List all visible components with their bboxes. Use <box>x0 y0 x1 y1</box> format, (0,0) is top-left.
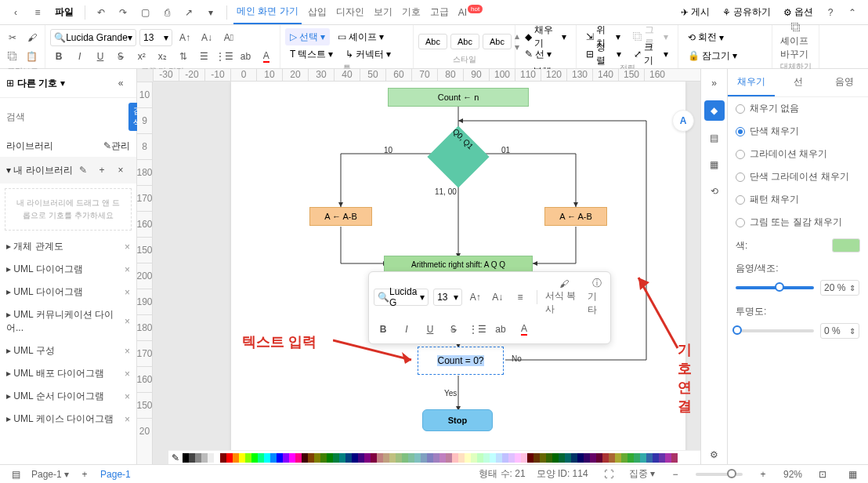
font-down-icon[interactable]: A↓ <box>197 28 216 47</box>
palette-color[interactable] <box>295 453 302 463</box>
palette-color[interactable] <box>233 453 239 463</box>
opacity-slider[interactable] <box>736 329 814 332</box>
eyedropper-icon[interactable]: ✎ <box>172 452 179 463</box>
ft-size-select[interactable]: 13▾ <box>433 289 461 306</box>
history-tool-icon[interactable]: ⟲ <box>705 182 724 201</box>
fullscreen-icon[interactable]: ⛶ <box>599 465 618 484</box>
palette-color[interactable] <box>270 453 277 463</box>
canvas[interactable]: Count ← n Q0, Q1 10 01 11, 00 A ← A-B A … <box>153 82 700 464</box>
page-dropdown[interactable]: Page-1 ▾ <box>31 469 69 480</box>
palette-color[interactable] <box>195 453 201 463</box>
palette-color[interactable] <box>333 453 339 463</box>
palette-color[interactable] <box>540 453 546 463</box>
export-icon[interactable]: ↗ <box>179 3 198 22</box>
palette-color[interactable] <box>320 453 327 463</box>
palette-color[interactable] <box>214 453 220 463</box>
shape-process[interactable]: A ← A-B <box>544 207 607 226</box>
spacing-icon[interactable]: ⇅ <box>174 47 191 66</box>
paste-icon[interactable]: 📋 <box>24 47 41 66</box>
palette-color[interactable] <box>665 453 671 463</box>
palette-color[interactable] <box>308 453 314 463</box>
palette-color[interactable] <box>452 453 458 463</box>
numbers-icon[interactable]: ⋮☰ <box>215 47 233 66</box>
save-icon[interactable]: ▢ <box>136 3 154 22</box>
shade-spinner[interactable]: 20 %⇕ <box>820 280 859 296</box>
palette-color[interactable] <box>446 453 452 463</box>
palette-color[interactable] <box>302 453 308 463</box>
palette-color[interactable] <box>515 453 521 463</box>
palette-color[interactable] <box>552 453 559 463</box>
back-icon[interactable]: ‹ <box>6 3 25 22</box>
palette-color[interactable] <box>483 453 490 463</box>
outline-icon[interactable]: ▤ <box>6 465 25 484</box>
palette-color[interactable] <box>371 453 377 463</box>
add-lib-icon[interactable]: + <box>92 161 111 180</box>
palette-color[interactable] <box>502 453 508 463</box>
shade-slider[interactable] <box>736 286 814 289</box>
fill-dd[interactable]: ◆ 채우기 ▾ <box>520 28 571 45</box>
lib-item[interactable]: ▸ UML 다이어그램× <box>0 281 136 303</box>
ft-hl[interactable]: ab <box>491 320 510 339</box>
shape-process[interactable]: Arithmetic right shift: A Q Q <box>384 256 533 273</box>
bold-icon[interactable]: B <box>50 47 67 66</box>
ai-badge[interactable]: A <box>672 110 694 132</box>
palette-color[interactable] <box>427 453 433 463</box>
palette-color[interactable] <box>590 453 596 463</box>
palette-color[interactable] <box>433 453 439 463</box>
fill-option[interactable]: 패턴 채우기 <box>728 188 868 211</box>
strike-icon[interactable]: S̶ <box>112 47 129 66</box>
palette-color[interactable] <box>327 453 333 463</box>
palette-color[interactable] <box>352 453 358 463</box>
ft-underline[interactable]: U <box>421 320 439 339</box>
publish-button[interactable]: ✈ 게시 <box>676 4 714 21</box>
shape-selected[interactable]: Count = 0? <box>418 347 504 375</box>
fill-option[interactable]: 단색 그라데이션 채우기 <box>728 165 868 188</box>
shape-tool[interactable]: ▭ 셰이프 ▾ <box>333 28 389 45</box>
my-library-header[interactable]: ▾ 내 라이브러리 <box>6 164 73 177</box>
color-palette[interactable]: ✎ /*placeholder*/ <box>168 450 700 464</box>
ft-font-select[interactable]: 🔍Lucida G▾ <box>374 289 429 306</box>
undo-icon[interactable]: ↶ <box>92 3 110 22</box>
redo-icon[interactable]: ↷ <box>114 3 132 22</box>
ft-bold[interactable]: B <box>374 320 392 339</box>
underline-icon[interactable]: U <box>92 47 109 66</box>
zoom-out-icon[interactable]: − <box>666 465 685 484</box>
ft-italic[interactable]: I <box>397 320 416 339</box>
fill-tool-icon[interactable]: ◆ <box>704 100 725 121</box>
info-icon[interactable]: ⓘ <box>592 277 602 290</box>
manage-link[interactable]: ✎관리 <box>103 140 130 153</box>
grid-icon[interactable]: ▦ <box>843 465 862 484</box>
palette-color[interactable] <box>533 453 540 463</box>
font-up-icon[interactable]: A↑ <box>175 28 194 47</box>
collapse-icon[interactable]: ⌃ <box>843 3 862 22</box>
lib-item[interactable]: ▸ UML 배포 다이어그램× <box>0 362 136 385</box>
tab-view[interactable]: 보기 <box>371 1 396 24</box>
ft-list[interactable]: ⋮☰ <box>468 320 486 339</box>
palette-color[interactable] <box>201 453 208 463</box>
tab-advanced[interactable]: 고급 <box>427 1 452 24</box>
palette-color[interactable] <box>358 453 364 463</box>
cut-icon[interactable]: ✂ <box>5 28 21 47</box>
palette-color[interactable] <box>402 453 408 463</box>
palette-color[interactable] <box>383 453 389 463</box>
zoom-slider[interactable] <box>696 473 743 476</box>
print-icon[interactable]: ⎙ <box>157 3 176 22</box>
palette-color[interactable] <box>439 453 446 463</box>
line-dd[interactable]: ✎ 선 ▾ <box>520 45 556 63</box>
palette-color[interactable] <box>577 453 584 463</box>
layer-tool-icon[interactable]: ▦ <box>705 155 724 174</box>
palette-color[interactable] <box>220 453 226 463</box>
select-tool[interactable]: ▷ 선택 ▾ <box>285 28 330 45</box>
palette-color[interactable] <box>189 453 195 463</box>
palette-color[interactable] <box>490 453 496 463</box>
palette-color[interactable] <box>289 453 295 463</box>
tab-design[interactable]: 디자인 <box>333 1 367 24</box>
shape-process[interactable]: A ← A-B <box>309 207 372 226</box>
palette-color[interactable] <box>640 453 646 463</box>
palette-color[interactable] <box>571 453 577 463</box>
ft-align[interactable]: ≡ <box>512 288 530 307</box>
lib-item[interactable]: ▸ UML 다이어그램× <box>0 258 136 281</box>
palette-color[interactable] <box>414 453 421 463</box>
palette-color[interactable] <box>659 453 665 463</box>
palette-color[interactable] <box>496 453 502 463</box>
